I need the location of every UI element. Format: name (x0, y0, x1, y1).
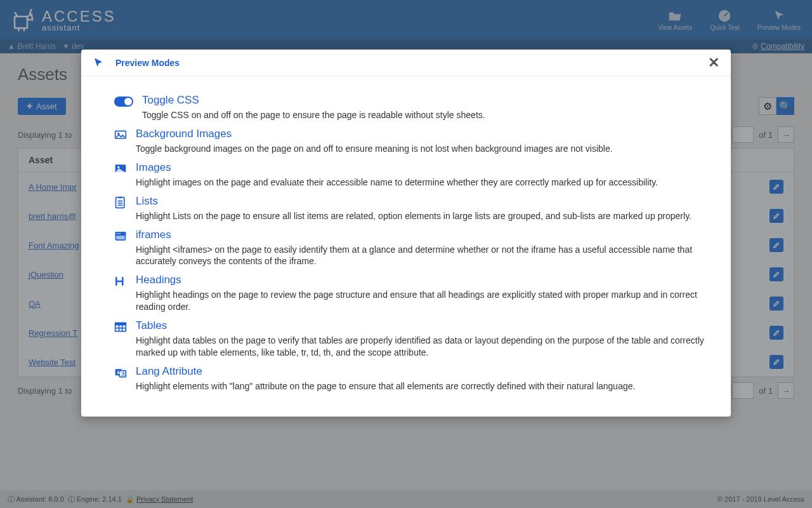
preview-mode-description: Toggle CSS on and off on the page to ens… (142, 109, 485, 121)
table-icon (114, 321, 127, 333)
dialog-header: Preview Modes ✕ (81, 50, 731, 76)
preview-mode-item[interactable]: Tables Highlight data tables on the page… (114, 319, 719, 359)
cursor-icon (93, 56, 104, 70)
list-icon (114, 196, 127, 209)
preview-mode-title: iframes (136, 229, 719, 241)
preview-mode-description: Highlight headings on the page to review… (136, 289, 719, 313)
preview-mode-title: Headings (136, 274, 719, 286)
preview-mode-item[interactable]: Lang Attribute Highlight elements with "… (114, 365, 719, 392)
dialog-title: Preview Modes (115, 58, 180, 68)
preview-mode-title: Tables (136, 319, 719, 332)
preview-mode-item[interactable]: iframes Highlight <iframes> on the page … (114, 229, 719, 268)
preview-mode-title: Images (136, 161, 658, 174)
preview-mode-title: Lists (136, 195, 691, 208)
dialog-body: Toggle CSS Toggle CSS on and off on the … (81, 76, 731, 417)
preview-modes-dialog: Preview Modes ✕ Toggle CSS Toggle CSS on… (81, 50, 731, 417)
preview-mode-description: Toggle background images on the page on … (136, 143, 613, 155)
preview-mode-item[interactable]: Background Images Toggle background imag… (114, 128, 719, 155)
preview-mode-description: Highlight images on the page and evaluat… (136, 177, 658, 189)
preview-mode-title: Background Images (136, 128, 613, 140)
heading-icon (114, 275, 127, 288)
bgimage-icon (114, 129, 127, 142)
preview-mode-item[interactable]: Images Highlight images on the page and … (114, 161, 719, 189)
toggle-icon (114, 97, 133, 107)
preview-mode-item[interactable]: Toggle CSS Toggle CSS on and off on the … (114, 94, 719, 121)
image-icon (114, 163, 127, 175)
close-button[interactable]: ✕ (708, 55, 719, 71)
preview-mode-description: Highlight data tables on the page to ver… (136, 335, 719, 359)
preview-mode-item[interactable]: Lists Highlight Lists on the page to ens… (114, 195, 719, 222)
preview-mode-description: Highlight <iframes> on the page to easil… (136, 244, 719, 268)
iframe-icon (114, 230, 127, 243)
preview-mode-description: Highlight Lists on the page to ensure al… (136, 210, 691, 222)
preview-mode-description: Highlight elements with "lang" attribute… (136, 380, 635, 392)
preview-mode-title: Lang Attribute (136, 365, 635, 378)
preview-mode-item[interactable]: Headings Highlight headings on the page … (114, 274, 719, 313)
lang-icon (114, 366, 127, 379)
preview-mode-title: Toggle CSS (142, 94, 485, 107)
